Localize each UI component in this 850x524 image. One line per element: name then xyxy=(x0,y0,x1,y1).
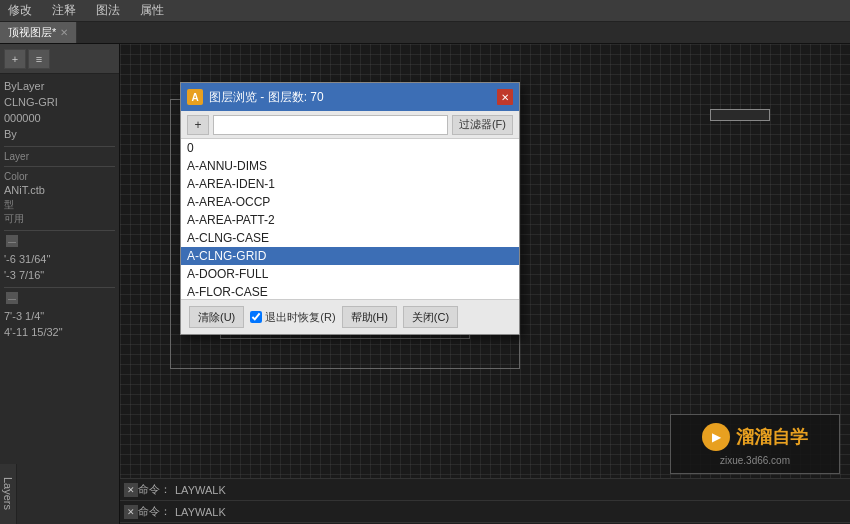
measure-1: '-6 31/64" xyxy=(4,251,115,267)
cmd-close-btn-1[interactable]: ✕ xyxy=(124,483,138,497)
dialog-help-btn[interactable]: 帮助(H) xyxy=(342,306,397,328)
dialog-title: 图层浏览 - 图层数: 70 xyxy=(209,89,491,106)
list-item[interactable]: A-CLNG-CASE xyxy=(181,229,519,247)
cmd-value-2: LAYWALK xyxy=(175,506,226,518)
dialog-restore-label: 退出时恢复(R) xyxy=(250,310,335,325)
dialog-layer-list[interactable]: 0A-ANNU-DIMSA-AREA-IDEN-1A-AREA-OCCPA-AR… xyxy=(181,139,519,299)
top-menubar: 修改 注释 图法 属性 xyxy=(0,0,850,22)
list-item[interactable]: A-AREA-IDEN-1 xyxy=(181,175,519,193)
by-row: By xyxy=(4,126,115,142)
available-label: 可用 xyxy=(4,212,115,226)
list-item[interactable]: A-DOOR-FULL xyxy=(181,265,519,283)
measure-2: '-3 7/16" xyxy=(4,267,115,283)
clng-grid-row: CLNG-GRI xyxy=(4,94,115,110)
command-line-1: ✕ 命令： LAYWALK xyxy=(120,479,850,501)
watermark-play-icon: ▶ xyxy=(702,423,730,451)
layer-label: Layer xyxy=(4,151,115,162)
measure-4: 4'-11 15/32" xyxy=(4,324,115,340)
color-label: Color xyxy=(4,171,115,182)
measure-3: 7'-3 1/4" xyxy=(4,308,115,324)
watermark-logo: ▶ 溜溜自学 xyxy=(702,423,808,451)
separator-4 xyxy=(4,287,115,288)
dialog-clear-btn[interactable]: 清除(U) xyxy=(189,306,244,328)
cmd-prompt-2: 命令： LAYWALK xyxy=(138,504,226,519)
list-item[interactable]: 0 xyxy=(181,139,519,157)
list-item[interactable]: A-CLNG-GRID xyxy=(181,247,519,265)
tab-bar: 顶视图层* ✕ xyxy=(0,22,850,44)
dialog-footer: 清除(U) 退出时恢复(R) 帮助(H) 关闭(C) xyxy=(181,299,519,334)
cmd-label-2: 命令： xyxy=(138,504,171,519)
dialog-app-icon: A xyxy=(187,89,203,105)
menu-view[interactable]: 图法 xyxy=(92,0,124,21)
bylayer-row: ByLayer xyxy=(4,78,115,94)
left-panel: + ≡ ByLayer CLNG-GRI 000000 By Layer Col… xyxy=(0,44,120,524)
separator-2 xyxy=(4,166,115,167)
dialog-add-btn[interactable]: + xyxy=(187,115,209,135)
dialog-close-btn[interactable]: 关闭(C) xyxy=(403,306,458,328)
dialog-close-icon[interactable]: ✕ xyxy=(497,89,513,105)
tab-label: 顶视图层* xyxy=(8,25,56,40)
anit-row: ANiT.ctb xyxy=(4,182,115,198)
dialog-restore-checkbox[interactable] xyxy=(250,311,262,323)
canvas-area: ✕ 命令： LAYWALK ✕ 命令： LAYWALK ▶ 溜溜自学 xyxy=(120,44,850,524)
watermark: ▶ 溜溜自学 zixue.3d66.com xyxy=(670,414,840,474)
separator-3 xyxy=(4,230,115,231)
watermark-sub-text: zixue.3d66.com xyxy=(720,455,790,466)
cmd-label-1: 命令： xyxy=(138,482,171,497)
list-item[interactable]: A-FLOR-CASE xyxy=(181,283,519,299)
menu-modify[interactable]: 修改 xyxy=(4,0,36,21)
layer-info-panel: ByLayer CLNG-GRI 000000 By Layer Color A… xyxy=(0,74,119,464)
layer-browser-dialog: A 图层浏览 - 图层数: 70 ✕ + 过滤器(F) 0A-ANNU-DIMS… xyxy=(180,82,520,335)
list-item[interactable]: A-AREA-OCCP xyxy=(181,193,519,211)
list-item[interactable]: A-AREA-PATT-2 xyxy=(181,211,519,229)
menu-properties[interactable]: 属性 xyxy=(136,0,168,21)
menu-annotate[interactable]: 注释 xyxy=(48,0,80,21)
cmd-prompt-1: 命令： LAYWALK xyxy=(138,482,226,497)
main-layout: + ≡ ByLayer CLNG-GRI 000000 By Layer Col… xyxy=(0,44,850,524)
command-area: ✕ 命令： LAYWALK ✕ 命令： LAYWALK xyxy=(120,478,850,524)
dialog-restore-text: 退出时恢复(R) xyxy=(265,310,335,325)
cad-small-rect xyxy=(710,109,770,121)
cmd-close-btn-2[interactable]: ✕ xyxy=(124,505,138,519)
dialog-filter-btn[interactable]: 过滤器(F) xyxy=(452,115,513,135)
watermark-main-text: 溜溜自学 xyxy=(736,425,808,449)
dialog-toolbar: + 过滤器(F) xyxy=(181,111,519,139)
dialog-filter-input[interactable] xyxy=(213,115,448,135)
cmd-value-1: LAYWALK xyxy=(175,484,226,496)
add-layer-btn[interactable]: + xyxy=(4,49,26,69)
color-row: 000000 xyxy=(4,110,115,126)
collapse-btn-1[interactable]: — xyxy=(6,235,18,247)
separator-1 xyxy=(4,146,115,147)
layers-tab[interactable]: Layers xyxy=(0,464,17,524)
collapse-btn-2[interactable]: — xyxy=(6,292,18,304)
dialog-titlebar: A 图层浏览 - 图层数: 70 ✕ xyxy=(181,83,519,111)
command-line-2: ✕ 命令： LAYWALK xyxy=(120,501,850,523)
layer-menu-btn[interactable]: ≡ xyxy=(28,49,50,69)
play-triangle: ▶ xyxy=(712,430,721,444)
tab-top-view[interactable]: 顶视图层* ✕ xyxy=(0,22,77,43)
list-item[interactable]: A-ANNU-DIMS xyxy=(181,157,519,175)
left-toolbar: + ≡ xyxy=(0,44,119,74)
tab-close-icon[interactable]: ✕ xyxy=(60,27,68,38)
type-label: 型 xyxy=(4,198,115,212)
